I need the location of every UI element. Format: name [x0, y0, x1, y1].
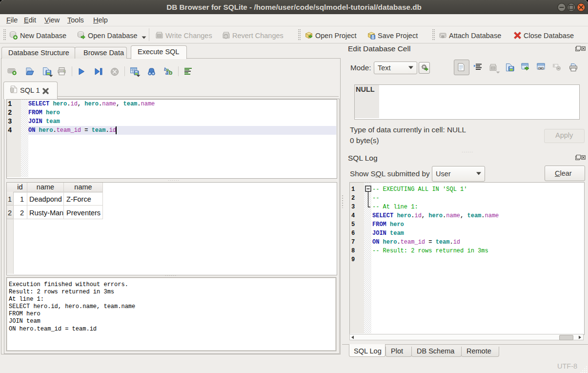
svg-text:b: b: [169, 69, 172, 76]
svg-text:a: a: [165, 69, 169, 76]
